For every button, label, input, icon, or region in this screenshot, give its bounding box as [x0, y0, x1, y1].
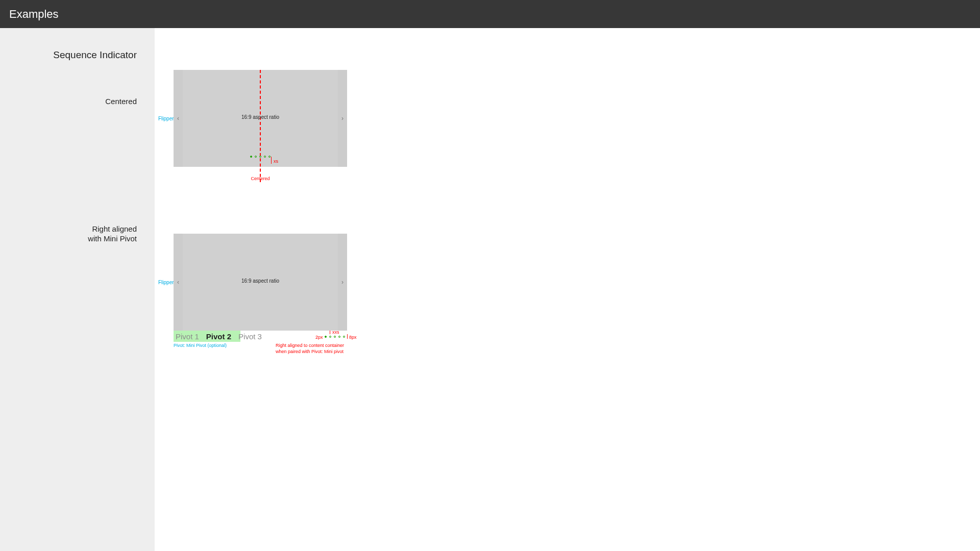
center-guideline [260, 70, 261, 182]
chevron-left-icon[interactable]: ‹ [174, 115, 183, 122]
dot[interactable] [334, 336, 336, 338]
top-gap-tick [330, 331, 330, 334]
dot[interactable] [259, 156, 261, 158]
canvas: Flipper 16:9 aspect ratio ‹ › xs Centere… [155, 28, 980, 551]
example-label-right-1: Right aligned [0, 224, 155, 234]
dot-active[interactable] [250, 156, 252, 158]
top-bar: Examples [0, 0, 980, 28]
top-gap-anno: xxs [332, 330, 339, 335]
carousel: 16:9 aspect ratio ‹ › xs [174, 70, 347, 167]
chevron-left-icon[interactable]: ‹ [174, 279, 183, 286]
body: Sequence Indicator Centered Right aligne… [0, 28, 980, 551]
example-centered: Flipper 16:9 aspect ratio ‹ › xs Centere… [174, 70, 347, 167]
pivot-anno: Pivot: Mini Pivot (optional) [174, 343, 227, 348]
sequence-dots-right[interactable] [325, 336, 345, 338]
left-gap-anno: 2px [315, 335, 323, 340]
spacing-tick [271, 157, 272, 164]
pivot-item-1[interactable]: Pivot 1 [176, 332, 199, 341]
carousel: 16:9 aspect ratio ‹ › [174, 234, 347, 331]
pivot-item-3[interactable]: Pivot 3 [238, 332, 262, 341]
aspect-label: 16:9 aspect ratio [174, 278, 347, 284]
caption-centered: Centered [174, 176, 347, 181]
chevron-right-icon[interactable]: › [338, 115, 347, 122]
section-title: Sequence Indicator [0, 49, 155, 61]
sequence-dots-centered[interactable] [250, 156, 271, 158]
aspect-label: 16:9 aspect ratio [174, 114, 347, 120]
flipper-label: Flipper [158, 280, 174, 285]
dot[interactable] [255, 156, 257, 158]
dot-active[interactable] [325, 336, 327, 338]
dot[interactable] [343, 336, 345, 338]
spacing-anno: xs [274, 159, 278, 164]
flipper-label: Flipper [158, 116, 174, 121]
right-gap-anno: 8px [349, 335, 357, 340]
page-title: Examples [9, 8, 59, 21]
dot[interactable] [338, 336, 340, 338]
mini-pivot[interactable]: Pivot 1 Pivot 2 Pivot 3 [174, 332, 264, 342]
dot[interactable] [268, 156, 271, 158]
example-label-right-2: with Mini Pivot [0, 234, 155, 244]
dot[interactable] [264, 156, 266, 158]
example-right-aligned: Flipper 16:9 aspect ratio ‹ › Pivot 1 Pi… [174, 234, 347, 331]
right-gap-tick [347, 334, 348, 339]
pivot-item-2-active[interactable]: Pivot 2 [206, 332, 231, 341]
chevron-right-icon[interactable]: › [338, 279, 347, 286]
caption-right-2: when paired with Pivot: Mini pivot [276, 349, 344, 354]
example-label-centered: Centered [0, 96, 155, 107]
dot[interactable] [329, 336, 331, 338]
label-column: Sequence Indicator Centered Right aligne… [0, 28, 155, 551]
caption-right-1: Right aligned to content container [276, 343, 344, 348]
